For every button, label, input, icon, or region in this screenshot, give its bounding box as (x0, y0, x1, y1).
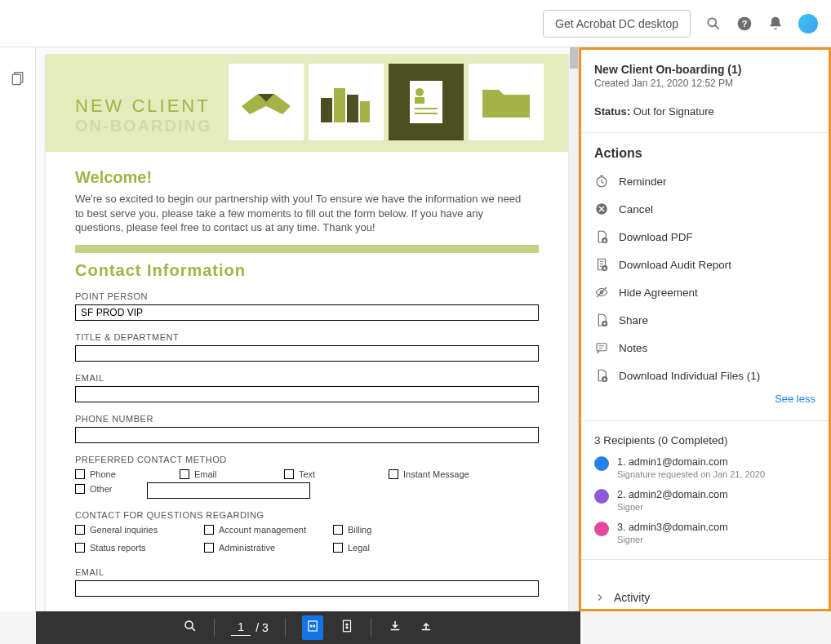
label-title-dept: TITLE & DEPARTMENT (75, 332, 539, 342)
cancel-icon (594, 202, 609, 216)
checkbox-billing[interactable]: Billing (333, 525, 447, 535)
recipients-heading: 3 Recipients (0 Completed) (594, 434, 815, 446)
separator (285, 619, 286, 637)
checkbox-phone[interactable]: Phone (75, 469, 165, 479)
action-cancel[interactable]: Cancel (594, 202, 815, 216)
action-notes[interactable]: Notes (594, 340, 815, 355)
download-icon[interactable] (388, 619, 402, 637)
agreement-title: New Client On-boarding (1) (594, 63, 815, 76)
folder-icon (469, 64, 544, 140)
title-dept-field[interactable] (75, 345, 539, 362)
email-field[interactable] (75, 386, 539, 402)
svg-rect-9 (360, 101, 370, 122)
welcome-heading: Welcome! (75, 168, 539, 187)
intro-paragraph: We're so excited to begin our partnershi… (75, 192, 532, 235)
label-email: EMAIL (75, 373, 539, 383)
checkbox-email[interactable]: Email (180, 469, 269, 479)
download-files-icon (594, 368, 609, 383)
search-icon[interactable] (183, 619, 198, 637)
activity-toggle[interactable]: Activity (594, 578, 815, 604)
actions-heading: Actions (594, 146, 815, 161)
other-field[interactable] (147, 482, 310, 499)
label-pref-contact: PREFERRED CONTACT METHOD (75, 455, 539, 464)
svg-rect-8 (347, 95, 358, 122)
label-email2: EMAIL (75, 567, 539, 577)
checkbox-instant-message[interactable]: Instant Message (389, 469, 495, 479)
clock-icon (594, 174, 609, 189)
separator (371, 619, 371, 637)
get-acrobat-desktop-button[interactable]: Get Acrobat DC desktop (543, 10, 691, 38)
checkbox-general[interactable]: General inquiries (75, 525, 189, 535)
checkbox-account-mgmt[interactable]: Account management (204, 525, 318, 535)
checkbox-text[interactable]: Text (284, 469, 374, 479)
svg-rect-5 (12, 74, 20, 85)
divider (75, 245, 539, 253)
fit-width-icon[interactable] (302, 615, 323, 640)
action-hide-agreement[interactable]: Hide Agreement (594, 285, 815, 300)
checkbox-other[interactable]: Other (75, 482, 132, 495)
viewer-toolbar: / 3 (36, 611, 580, 644)
bell-icon[interactable] (767, 16, 784, 32)
recipient-label: 3. admin3@domain.com (617, 522, 728, 533)
page-header-banner: NEW CLIENT ON-BOARDING (46, 54, 568, 152)
svg-text:?: ? (742, 19, 748, 29)
help-icon[interactable]: ? (736, 16, 753, 32)
audit-report-icon (594, 257, 609, 272)
svg-point-24 (185, 621, 193, 628)
action-download-pdf[interactable]: Download PDF (594, 229, 815, 244)
upload-icon[interactable] (419, 619, 433, 637)
recipient-row[interactable]: 3. admin3@domain.com Signer (594, 522, 815, 544)
contact-info-heading: Contact Information (75, 261, 539, 280)
email2-field[interactable] (75, 580, 539, 597)
see-less-link[interactable]: See less (775, 393, 815, 405)
avatar[interactable] (798, 14, 818, 33)
action-download-individual[interactable]: Download Individual Files (1) (594, 368, 815, 383)
agreement-panel: New Client On-boarding (1) Created Jan 2… (578, 47, 831, 611)
notes-icon (594, 340, 609, 355)
total-pages: / 3 (256, 621, 269, 634)
document-viewer: NEW CLIENT ON-BOARDING (36, 47, 578, 611)
checkbox-admin[interactable]: Administrative (204, 543, 318, 553)
doc-scrollbar[interactable] (570, 47, 578, 611)
label-contact-q: CONTACT FOR QUESTIONS REGARDING (75, 510, 539, 520)
label-point-person: POINT PERSON (75, 291, 539, 301)
recipient-avatar (594, 522, 609, 536)
label-phone: PHONE NUMBER (75, 414, 539, 424)
doc-title: NEW CLIENT (75, 95, 212, 117)
checkbox-legal[interactable]: Legal (333, 543, 447, 553)
action-download-audit[interactable]: Download Audit Report (594, 257, 815, 272)
left-rail (0, 47, 36, 611)
action-share[interactable]: Share (594, 313, 815, 327)
svg-rect-6 (321, 98, 332, 122)
svg-line-25 (192, 628, 195, 631)
handshake-icon (229, 64, 304, 140)
phone-field[interactable] (75, 427, 539, 443)
recipient-row[interactable]: 1. admin1@domain.com Signature requested… (594, 456, 815, 479)
action-reminder[interactable]: Reminder (594, 174, 815, 189)
svg-rect-22 (597, 344, 607, 351)
search-icon[interactable] (705, 16, 722, 32)
svg-line-1 (715, 25, 719, 29)
chevron-right-icon (594, 592, 606, 603)
agreement-created: Created Jan 21, 2020 12:52 PM (594, 78, 815, 89)
svg-point-11 (416, 88, 424, 96)
hide-icon (594, 285, 609, 300)
download-pdf-icon (594, 229, 609, 244)
agreement-status: Status: Out for Signature (594, 105, 815, 118)
cityscape-icon (309, 64, 384, 140)
recipient-avatar (594, 456, 609, 471)
recipient-row[interactable]: 2. admin2@domain.com Signer (594, 489, 815, 512)
recipient-label: 2. admin2@domain.com (617, 489, 728, 500)
fit-page-icon[interactable] (340, 619, 354, 637)
page-number-input[interactable] (231, 620, 251, 636)
recipient-meta: Signer (617, 502, 728, 512)
recipient-meta: Signer (617, 535, 728, 544)
point-person-field[interactable] (75, 304, 539, 321)
share-icon (594, 313, 609, 327)
checkbox-status[interactable]: Status reports (75, 543, 189, 553)
recipient-avatar (594, 489, 609, 504)
recipient-meta: Signature requested on Jan 21, 2020 (617, 469, 765, 479)
svg-point-0 (708, 18, 716, 26)
documents-icon[interactable] (10, 70, 26, 611)
page-indicator: / 3 (231, 620, 269, 636)
